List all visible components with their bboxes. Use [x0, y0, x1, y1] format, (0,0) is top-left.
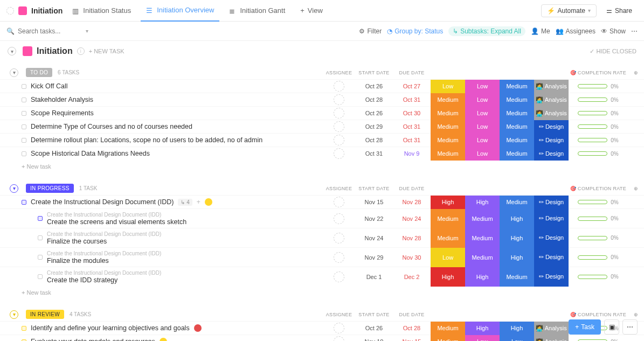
- assignee-cell[interactable]: [323, 213, 355, 224]
- status-square[interactable]: [38, 274, 43, 279]
- addie-badge[interactable]: 👩‍💻 Analysis: [534, 80, 569, 93]
- fab-more-button[interactable]: ⋯: [622, 319, 638, 335]
- impact-badge[interactable]: Low: [465, 335, 500, 342]
- task-row[interactable]: Scope Historical Data Migrations Needs O…: [0, 147, 644, 160]
- complexity-badge[interactable]: Medium: [431, 228, 465, 248]
- effort-badge[interactable]: Medium: [500, 107, 534, 120]
- tab-initiation-status[interactable]: ▥ Initiation Status: [67, 0, 136, 22]
- assignee-cell[interactable]: [323, 121, 355, 132]
- complexity-badge[interactable]: Medium: [431, 209, 465, 228]
- status-square[interactable]: [22, 339, 26, 342]
- assignee-cell[interactable]: [323, 336, 355, 341]
- effort-badge[interactable]: Medium: [500, 93, 534, 107]
- start-date-cell[interactable]: Dec 1: [355, 274, 393, 280]
- subtask-count[interactable]: ↳ 4: [178, 199, 192, 206]
- due-date-cell[interactable]: Oct 31: [393, 96, 431, 103]
- status-square[interactable]: [22, 98, 26, 102]
- collapse-icon[interactable]: ▾: [10, 68, 18, 77]
- complexity-badge[interactable]: Medium: [431, 134, 465, 147]
- complexity-badge[interactable]: Low: [431, 248, 465, 267]
- due-date-cell[interactable]: Nov 15: [393, 338, 431, 341]
- impact-badge[interactable]: Low: [465, 147, 500, 161]
- impact-badge[interactable]: Low: [465, 120, 500, 134]
- start-date-cell[interactable]: Nov 24: [355, 235, 393, 241]
- status-square[interactable]: [22, 111, 26, 116]
- task-row[interactable]: Create the Instructional Design Document…: [0, 195, 644, 208]
- automate-button[interactable]: ⚡ Automate ▾: [541, 4, 597, 17]
- due-date-cell[interactable]: Oct 31: [393, 123, 431, 130]
- assignee-cell[interactable]: [323, 272, 355, 282]
- effort-badge[interactable]: Medium: [500, 267, 534, 287]
- impact-badge[interactable]: Low: [465, 93, 500, 107]
- effort-badge[interactable]: High: [500, 228, 534, 248]
- effort-badge[interactable]: Medium: [500, 120, 534, 134]
- status-square[interactable]: [38, 255, 43, 260]
- due-date-cell[interactable]: Oct 31: [393, 137, 431, 143]
- task-row[interactable]: Determine Type of Courses and no of cour…: [0, 120, 644, 133]
- due-date-cell[interactable]: Nov 28: [393, 235, 431, 241]
- impact-badge[interactable]: Medium: [465, 228, 500, 248]
- task-row[interactable]: Create the Instructional Design Document…: [0, 228, 644, 247]
- due-date-cell[interactable]: Nov 30: [393, 254, 431, 261]
- status-pill[interactable]: IN PROGRESS: [26, 184, 74, 193]
- settings-icon[interactable]: [6, 7, 14, 15]
- assignee-cell[interactable]: [323, 323, 355, 333]
- status-square[interactable]: [22, 124, 26, 129]
- filter-button[interactable]: ⚙Filter: [359, 27, 382, 35]
- status-square[interactable]: [22, 326, 26, 331]
- assignee-cell[interactable]: [323, 94, 355, 105]
- show-button[interactable]: 👁Show: [601, 27, 626, 35]
- due-date-cell[interactable]: Oct 27: [393, 83, 431, 89]
- search-input[interactable]: [18, 27, 82, 35]
- assignee-cell[interactable]: [323, 148, 355, 159]
- effort-badge[interactable]: Medium: [500, 80, 534, 93]
- col-add[interactable]: ⊕: [628, 186, 644, 191]
- addie-badge[interactable]: 👩‍💻 Analysis: [534, 107, 569, 120]
- new-task-button[interactable]: + NEW TASK: [89, 48, 124, 54]
- effort-badge[interactable]: Medium: [500, 196, 534, 209]
- task-row[interactable]: Kick Off Call Oct 26 Oct 27 Low Low Medi…: [0, 79, 644, 93]
- hide-closed-button[interactable]: ✓ HIDE CLOSED: [590, 48, 636, 55]
- fab-task-button[interactable]: +Task: [569, 319, 601, 335]
- status-square[interactable]: [22, 138, 26, 143]
- due-date-cell[interactable]: Dec 2: [393, 274, 431, 280]
- status-square[interactable]: [22, 200, 26, 205]
- complexity-badge[interactable]: Medium: [431, 107, 465, 120]
- start-date-cell[interactable]: Nov 15: [355, 199, 393, 205]
- effort-badge[interactable]: High: [500, 248, 534, 267]
- start-date-cell[interactable]: Oct 29: [355, 123, 393, 130]
- status-pill[interactable]: IN REVIEW: [26, 310, 64, 319]
- impact-badge[interactable]: Low: [465, 134, 500, 147]
- status-square[interactable]: [38, 216, 43, 221]
- assignees-button[interactable]: 👥Assignees: [556, 27, 595, 35]
- status-square[interactable]: [38, 235, 43, 240]
- effort-badge[interactable]: Medium: [500, 147, 534, 161]
- due-date-cell[interactable]: Oct 30: [393, 110, 431, 116]
- completion-cell[interactable]: 0%: [569, 215, 628, 221]
- complexity-badge[interactable]: High: [431, 267, 465, 287]
- status-square[interactable]: [22, 84, 26, 89]
- task-row[interactable]: Evaluate your data models and resources …: [0, 335, 644, 341]
- completion-cell[interactable]: 0%: [569, 199, 628, 205]
- status-square[interactable]: [22, 151, 26, 156]
- effort-badge[interactable]: Medium: [500, 134, 534, 147]
- completion-cell[interactable]: 0%: [569, 274, 628, 280]
- task-row[interactable]: Create the Instructional Design Document…: [0, 208, 644, 228]
- start-date-cell[interactable]: Nov 10: [355, 338, 393, 341]
- start-date-cell[interactable]: Oct 26: [355, 110, 393, 116]
- assignee-cell[interactable]: [323, 108, 355, 119]
- completion-cell[interactable]: 0%: [569, 83, 628, 89]
- addie-badge[interactable]: ✏ Design: [534, 196, 569, 209]
- search-box[interactable]: 🔍 ▾: [6, 27, 354, 35]
- info-icon[interactable]: i: [77, 47, 85, 55]
- addie-badge[interactable]: ✏ Design: [534, 147, 569, 161]
- completion-cell[interactable]: 0%: [569, 235, 628, 241]
- start-date-cell[interactable]: Oct 26: [355, 325, 393, 331]
- effort-badge[interactable]: High: [500, 209, 534, 228]
- assignee-cell[interactable]: [323, 197, 355, 207]
- col-add[interactable]: ⊕: [628, 312, 644, 317]
- more-button[interactable]: ⋯: [631, 27, 638, 35]
- subtasks-button[interactable]: ↳Subtasks: Expand All: [448, 26, 525, 36]
- effort-badge[interactable]: Low: [500, 335, 534, 342]
- complexity-badge[interactable]: Medium: [431, 335, 465, 342]
